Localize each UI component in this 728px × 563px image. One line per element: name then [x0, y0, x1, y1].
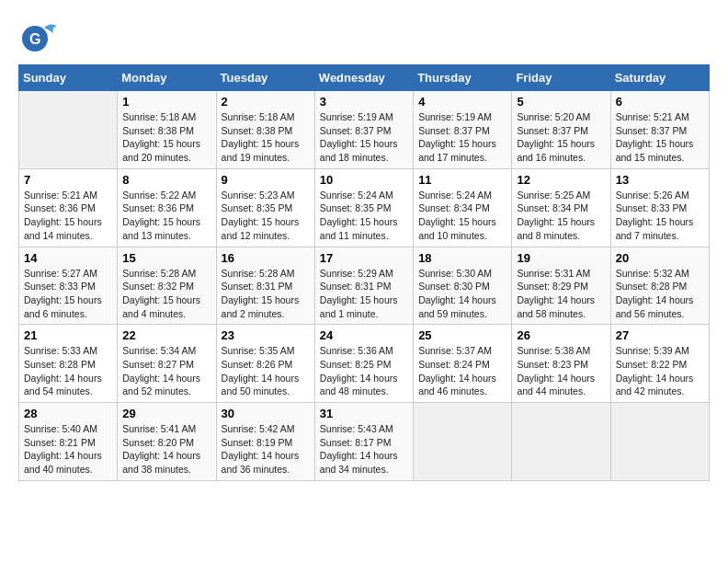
- weekday-header: Saturday: [610, 65, 709, 91]
- day-number: 14: [24, 251, 112, 265]
- day-info: Sunrise: 5:18 AM Sunset: 8:38 PM Dayligh…: [122, 110, 210, 165]
- calendar-week-row: 21Sunrise: 5:33 AM Sunset: 8:28 PM Dayli…: [19, 325, 710, 403]
- calendar-day-cell: 12Sunrise: 5:25 AM Sunset: 8:34 PM Dayli…: [512, 168, 610, 247]
- calendar-week-row: 28Sunrise: 5:40 AM Sunset: 8:21 PM Dayli…: [19, 403, 710, 481]
- day-info: Sunrise: 5:20 AM Sunset: 8:37 PM Dayligh…: [517, 110, 605, 165]
- day-info: Sunrise: 5:35 AM Sunset: 8:26 PM Dayligh…: [222, 344, 310, 398]
- calendar-day-cell: 30Sunrise: 5:42 AM Sunset: 8:19 PM Dayli…: [216, 403, 314, 481]
- calendar-day-cell: 6Sunrise: 5:21 AM Sunset: 8:37 PM Daylig…: [610, 91, 709, 169]
- day-number: 7: [24, 173, 112, 187]
- day-number: 16: [222, 251, 310, 265]
- day-number: 30: [222, 407, 310, 420]
- day-info: Sunrise: 5:23 AM Sunset: 8:35 PM Dayligh…: [222, 189, 310, 243]
- calendar-day-cell: 13Sunrise: 5:26 AM Sunset: 8:33 PM Dayli…: [610, 168, 709, 247]
- day-number: 19: [517, 251, 605, 265]
- calendar-day-cell: [19, 91, 118, 169]
- calendar-day-cell: 14Sunrise: 5:27 AM Sunset: 8:33 PM Dayli…: [19, 247, 118, 325]
- day-number: 13: [616, 173, 704, 187]
- day-info: Sunrise: 5:19 AM Sunset: 8:37 PM Dayligh…: [418, 110, 506, 165]
- calendar-day-cell: 16Sunrise: 5:28 AM Sunset: 8:31 PM Dayli…: [216, 247, 314, 325]
- calendar-day-cell: 3Sunrise: 5:19 AM Sunset: 8:37 PM Daylig…: [314, 91, 413, 169]
- day-number: 17: [320, 251, 408, 265]
- day-info: Sunrise: 5:39 AM Sunset: 8:22 PM Dayligh…: [616, 344, 704, 398]
- calendar-day-cell: 22Sunrise: 5:34 AM Sunset: 8:27 PM Dayli…: [118, 325, 216, 403]
- calendar-week-row: 14Sunrise: 5:27 AM Sunset: 8:33 PM Dayli…: [19, 247, 710, 325]
- day-info: Sunrise: 5:28 AM Sunset: 8:32 PM Dayligh…: [122, 267, 210, 321]
- calendar-day-cell: 10Sunrise: 5:24 AM Sunset: 8:35 PM Dayli…: [314, 168, 413, 247]
- day-info: Sunrise: 5:24 AM Sunset: 8:35 PM Dayligh…: [320, 189, 408, 243]
- day-number: 12: [517, 173, 605, 187]
- calendar-day-cell: 18Sunrise: 5:30 AM Sunset: 8:30 PM Dayli…: [414, 247, 512, 325]
- calendar-day-cell: 1Sunrise: 5:18 AM Sunset: 8:38 PM Daylig…: [118, 91, 216, 169]
- logo-icon: G: [18, 18, 63, 55]
- day-number: 18: [418, 251, 506, 265]
- calendar-day-cell: [414, 403, 512, 481]
- day-number: 27: [616, 328, 704, 342]
- day-number: 9: [222, 173, 310, 187]
- day-info: Sunrise: 5:31 AM Sunset: 8:29 PM Dayligh…: [517, 267, 605, 321]
- day-info: Sunrise: 5:43 AM Sunset: 8:17 PM Dayligh…: [320, 422, 408, 477]
- calendar-day-cell: 8Sunrise: 5:22 AM Sunset: 8:36 PM Daylig…: [118, 168, 216, 247]
- calendar-day-cell: 24Sunrise: 5:36 AM Sunset: 8:25 PM Dayli…: [314, 325, 413, 403]
- day-number: 23: [222, 328, 310, 342]
- day-info: Sunrise: 5:32 AM Sunset: 8:28 PM Dayligh…: [616, 267, 704, 321]
- day-info: Sunrise: 5:34 AM Sunset: 8:27 PM Dayligh…: [122, 344, 210, 398]
- day-number: 29: [122, 407, 210, 420]
- calendar-day-cell: [610, 403, 709, 481]
- weekday-header: Sunday: [19, 65, 118, 91]
- calendar-day-cell: [512, 403, 610, 481]
- day-number: 4: [418, 95, 506, 109]
- day-number: 21: [24, 328, 112, 342]
- calendar-day-cell: 29Sunrise: 5:41 AM Sunset: 8:20 PM Dayli…: [118, 403, 216, 481]
- day-info: Sunrise: 5:24 AM Sunset: 8:34 PM Dayligh…: [418, 189, 506, 243]
- logo: G: [18, 18, 66, 55]
- day-info: Sunrise: 5:18 AM Sunset: 8:38 PM Dayligh…: [222, 110, 310, 165]
- day-info: Sunrise: 5:19 AM Sunset: 8:37 PM Dayligh…: [320, 110, 408, 165]
- day-info: Sunrise: 5:37 AM Sunset: 8:24 PM Dayligh…: [418, 344, 506, 398]
- calendar-day-cell: 31Sunrise: 5:43 AM Sunset: 8:17 PM Dayli…: [314, 403, 413, 481]
- calendar-day-cell: 17Sunrise: 5:29 AM Sunset: 8:31 PM Dayli…: [314, 247, 413, 325]
- day-info: Sunrise: 5:38 AM Sunset: 8:23 PM Dayligh…: [517, 344, 605, 398]
- day-number: 11: [418, 173, 506, 187]
- calendar-day-cell: 23Sunrise: 5:35 AM Sunset: 8:26 PM Dayli…: [216, 325, 314, 403]
- calendar-week-row: 1Sunrise: 5:18 AM Sunset: 8:38 PM Daylig…: [19, 91, 710, 169]
- day-number: 3: [320, 95, 408, 109]
- day-info: Sunrise: 5:28 AM Sunset: 8:31 PM Dayligh…: [222, 267, 310, 321]
- day-number: 24: [320, 328, 408, 342]
- calendar-week-row: 7Sunrise: 5:21 AM Sunset: 8:36 PM Daylig…: [19, 168, 710, 247]
- calendar-day-cell: 11Sunrise: 5:24 AM Sunset: 8:34 PM Dayli…: [414, 168, 512, 247]
- weekday-header: Tuesday: [216, 65, 314, 91]
- day-info: Sunrise: 5:33 AM Sunset: 8:28 PM Dayligh…: [24, 344, 112, 398]
- day-info: Sunrise: 5:27 AM Sunset: 8:33 PM Dayligh…: [24, 267, 112, 321]
- day-info: Sunrise: 5:25 AM Sunset: 8:34 PM Dayligh…: [517, 189, 605, 243]
- calendar-day-cell: 5Sunrise: 5:20 AM Sunset: 8:37 PM Daylig…: [512, 91, 610, 169]
- day-info: Sunrise: 5:22 AM Sunset: 8:36 PM Dayligh…: [122, 189, 210, 243]
- day-number: 22: [122, 328, 210, 342]
- calendar-day-cell: 26Sunrise: 5:38 AM Sunset: 8:23 PM Dayli…: [512, 325, 610, 403]
- day-info: Sunrise: 5:26 AM Sunset: 8:33 PM Dayligh…: [616, 189, 704, 243]
- day-number: 1: [122, 95, 210, 109]
- day-number: 2: [222, 95, 310, 109]
- calendar-header: SundayMondayTuesdayWednesdayThursdayFrid…: [19, 65, 710, 91]
- day-number: 10: [320, 173, 408, 187]
- day-number: 20: [616, 251, 704, 265]
- calendar-day-cell: 28Sunrise: 5:40 AM Sunset: 8:21 PM Dayli…: [19, 403, 118, 481]
- calendar-day-cell: 9Sunrise: 5:23 AM Sunset: 8:35 PM Daylig…: [216, 168, 314, 247]
- weekday-header: Wednesday: [314, 65, 413, 91]
- weekday-header: Friday: [512, 65, 610, 91]
- svg-text:G: G: [29, 31, 40, 47]
- day-number: 26: [517, 328, 605, 342]
- page-header: G: [18, 18, 710, 55]
- day-info: Sunrise: 5:30 AM Sunset: 8:30 PM Dayligh…: [418, 267, 506, 321]
- calendar-day-cell: 19Sunrise: 5:31 AM Sunset: 8:29 PM Dayli…: [512, 247, 610, 325]
- weekday-header: Thursday: [414, 65, 512, 91]
- day-info: Sunrise: 5:29 AM Sunset: 8:31 PM Dayligh…: [320, 267, 408, 321]
- day-info: Sunrise: 5:21 AM Sunset: 8:37 PM Dayligh…: [616, 110, 704, 165]
- day-info: Sunrise: 5:21 AM Sunset: 8:36 PM Dayligh…: [24, 189, 112, 243]
- calendar-body: 1Sunrise: 5:18 AM Sunset: 8:38 PM Daylig…: [19, 91, 710, 481]
- day-number: 6: [616, 95, 704, 109]
- calendar-day-cell: 25Sunrise: 5:37 AM Sunset: 8:24 PM Dayli…: [414, 325, 512, 403]
- day-info: Sunrise: 5:42 AM Sunset: 8:19 PM Dayligh…: [222, 422, 310, 477]
- calendar-day-cell: 2Sunrise: 5:18 AM Sunset: 8:38 PM Daylig…: [216, 91, 314, 169]
- day-info: Sunrise: 5:40 AM Sunset: 8:21 PM Dayligh…: [24, 422, 112, 477]
